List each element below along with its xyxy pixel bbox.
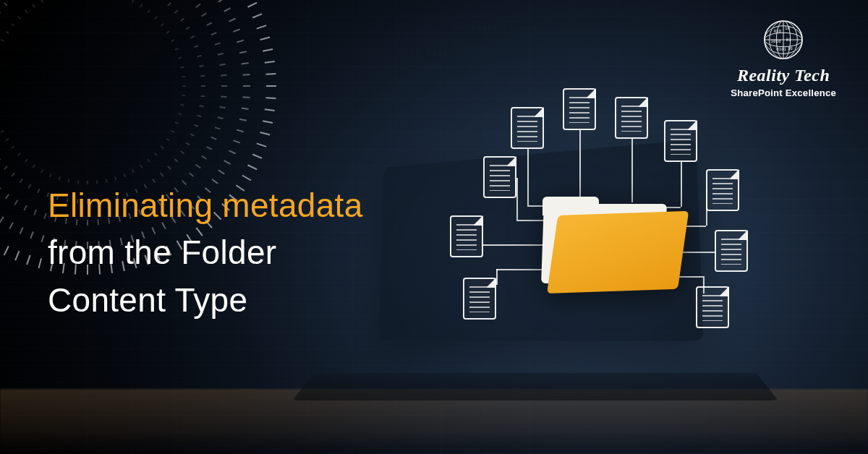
heading-line-3: Content Type bbox=[48, 277, 363, 324]
svg-text:10: 10 bbox=[788, 46, 793, 51]
heading-line-1: Eliminating metadata bbox=[48, 182, 363, 229]
brand-logo: 01010 101001 010110 Reality Tech SharePo… bbox=[731, 19, 836, 99]
hero-banner: ===== DATA=02 ===== 0x1F 0xA3 0x0C .....… bbox=[0, 0, 868, 454]
brand-name: Reality Tech bbox=[731, 67, 836, 84]
svg-text:010: 010 bbox=[774, 29, 782, 33]
brand-tagline: SharePoint Excellence bbox=[731, 87, 836, 99]
svg-text:1010: 1010 bbox=[771, 39, 781, 43]
globe-icon: 01010 101001 010110 bbox=[762, 19, 804, 61]
svg-text:01: 01 bbox=[786, 38, 791, 42]
heading-line-2: from the Folder bbox=[48, 229, 363, 276]
svg-text:0101: 0101 bbox=[776, 47, 786, 51]
svg-text:10: 10 bbox=[785, 26, 790, 30]
hero-heading: Eliminating metadata from the Folder Con… bbox=[48, 182, 363, 324]
